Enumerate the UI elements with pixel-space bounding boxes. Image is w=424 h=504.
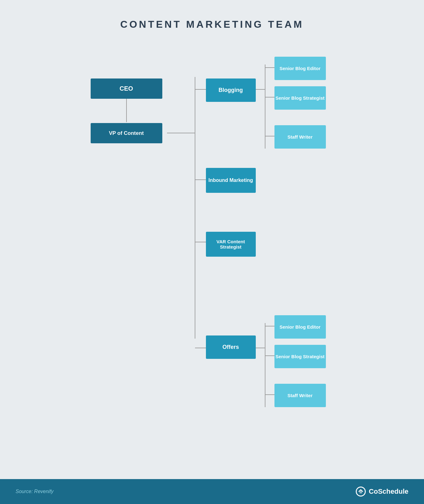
- staff-writer-2-box: Staff Writer: [274, 384, 326, 407]
- senior-blog-editor-2-box: Senior Blog Editor: [274, 315, 326, 339]
- footer-source: Source: Revenify: [16, 489, 54, 494]
- staff-writer-1-box: Staff Writer: [274, 125, 326, 149]
- inbound-marketing-box: Inbound Marketing: [206, 168, 256, 193]
- page-title: CONTENT MARKETING TEAM: [120, 19, 304, 30]
- footer: Source: Revenify CoSchedule: [0, 479, 424, 504]
- footer-logo: CoSchedule: [356, 487, 408, 497]
- vp-content-box: VP of Content: [91, 123, 162, 143]
- ceo-box: CEO: [91, 78, 162, 99]
- senior-blog-strategist-2-box: Senior Blog Strategist: [274, 345, 326, 368]
- blogging-box: Blogging: [206, 78, 256, 102]
- offers-box: Offers: [206, 335, 256, 359]
- logo-icon: [356, 487, 366, 497]
- org-chart: CEO VP of Content Blogging Inbound Marke…: [72, 49, 352, 454]
- var-content-strategist-box: VAR Content Strategist: [206, 232, 256, 257]
- main-content: CONTENT MARKETING TEAM: [0, 0, 424, 479]
- senior-blog-editor-1-box: Senior Blog Editor: [274, 57, 326, 80]
- senior-blog-strategist-1-box: Senior Blog Strategist: [274, 86, 326, 110]
- logo-text: CoSchedule: [369, 487, 408, 496]
